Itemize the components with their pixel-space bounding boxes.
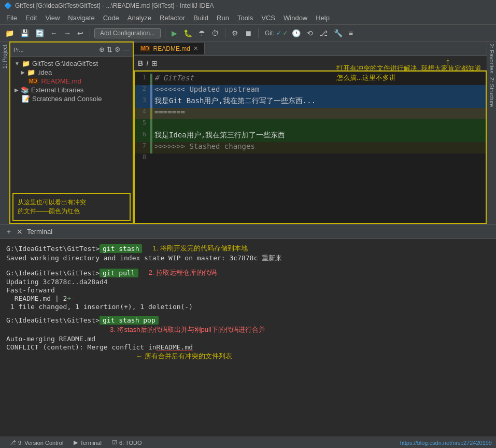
tree-readme-item[interactable]: MD README.md: [10, 77, 133, 86]
tab-close-btn[interactable]: ✕: [193, 45, 198, 52]
toolbar-debug-btn[interactable]: 🐛: [181, 28, 194, 38]
toolbar-refresh-btn[interactable]: 🔄: [33, 28, 46, 38]
tree-external-item[interactable]: ▶ 📚 External Libraries: [10, 86, 133, 94]
menu-build[interactable]: Build: [189, 13, 212, 23]
project-panel-settings-btn[interactable]: ⚙: [115, 46, 121, 53]
project-panel-minimize-btn[interactable]: —: [123, 46, 130, 53]
menu-file[interactable]: File: [2, 13, 21, 23]
add-configuration-button[interactable]: Add Configuration...: [94, 28, 161, 38]
vc-label: 9: Version Control: [18, 440, 63, 446]
term-changed: 1 file changed, 1 insertion(+), 1 deleti…: [6, 303, 193, 311]
menu-view[interactable]: View: [41, 13, 64, 23]
term-pull-command: git pull: [100, 269, 138, 277]
menu-edit[interactable]: Edit: [21, 13, 41, 23]
toolbar-forward-btn[interactable]: →: [62, 28, 73, 38]
project-panel-expand-btn[interactable]: ⇅: [107, 46, 112, 53]
left-sidebar: 1: Project: [0, 41, 9, 224]
format-bold-btn[interactable]: B: [138, 59, 143, 67]
editor-toolbar: B I ⊞ ↑: [134, 56, 487, 71]
term-line-updating: Updating 3c7878c..da28ad4: [6, 278, 490, 286]
right-sidebar: 2: Favorites Z: Structure: [487, 41, 496, 224]
sidebar-favorites[interactable]: 2: Favorites: [487, 41, 496, 75]
menu-navigate[interactable]: Navigate: [64, 13, 98, 23]
toolbar-git-rollback-btn[interactable]: ⟲: [305, 28, 315, 38]
menu-refactor[interactable]: Refactor: [155, 13, 189, 23]
project-tree: ▼ 📁 GitTest G:\IdeaGitTest ▶ 📁 .idea MD …: [10, 57, 133, 191]
code-line-2: 2 <<<<<<< Updated upstream: [135, 85, 486, 96]
status-version-control[interactable]: ⎇ 9: Version Control: [4, 439, 68, 446]
code-line-3: 3 我是Git Bash用户,我在第二行写了一些东西...: [135, 96, 486, 108]
toolbar-run2-btn[interactable]: ⚙: [230, 28, 240, 38]
root-label: GitTest G:\IdeaGitTest: [32, 60, 98, 67]
menu-window[interactable]: Window: [279, 13, 311, 23]
term-path-3: G:\IdeaGitTest\GitTest>: [6, 316, 100, 324]
term-plus: +: [67, 295, 71, 302]
git-push-icon[interactable]: ✓: [283, 29, 287, 37]
menu-run[interactable]: Run: [212, 13, 233, 23]
term-gap-2: [6, 311, 490, 315]
menu-bar: File Edit View Navigate Code Analyze Ref…: [0, 11, 496, 25]
root-arrow: ▼: [15, 61, 20, 66]
tree-idea-item[interactable]: ▶ 📁 .idea: [10, 68, 133, 77]
menu-help[interactable]: Help: [311, 13, 334, 23]
status-todo[interactable]: ☑ 6: TODO: [107, 439, 147, 446]
terminal-content[interactable]: G:\IdeaGitTest\GitTest> git stash 1. 将刚开…: [0, 239, 496, 437]
menu-tools[interactable]: Tools: [233, 13, 257, 23]
tree-scratches-item[interactable]: 📝 Scratches and Console: [10, 94, 133, 103]
term-stash-output: Saved working directory and index state …: [6, 254, 282, 263]
line-content-8: [152, 153, 486, 162]
term-minus: -: [71, 295, 75, 302]
toolbar-coverage-btn[interactable]: ☂: [196, 28, 207, 38]
git-fetch-icon[interactable]: ✓: [277, 29, 281, 37]
term-conflict-text: CONFLICT (content): Merge conflict in: [6, 343, 157, 351]
scratches-label: Scratches and Console: [32, 95, 102, 103]
todo-icon: ☑: [112, 439, 117, 446]
editor-tabs: MD README.md ✕: [134, 41, 487, 56]
status-terminal[interactable]: ▶ Terminal: [68, 439, 107, 446]
code-editor[interactable]: 1 # GitTest 2 <<<<<<< Updated upstream 3…: [134, 71, 487, 224]
line-content-2: <<<<<<< Updated upstream: [152, 85, 486, 93]
toolbar-git-branch-btn[interactable]: ⎇: [317, 28, 330, 38]
term-conflict-file: README.md: [157, 343, 193, 351]
term-readme-diff: README.md | 2: [6, 295, 67, 302]
terminal-close-btn[interactable]: ✕: [17, 228, 23, 236]
annotation-arrow-icon: ↑: [445, 57, 451, 69]
tree-root-item[interactable]: ▼ 📁 GitTest G:\IdeaGitTest: [10, 59, 133, 68]
project-panel-add-btn[interactable]: ⊕: [99, 46, 105, 53]
toolbar-profile-btn[interactable]: ⏱: [209, 28, 221, 38]
term-stash-command: git stash: [100, 244, 142, 253]
status-url: https://blog.csdn.net/nrsc272420199: [400, 440, 492, 446]
term-path-1: G:\IdeaGitTest\GitTest>: [6, 245, 100, 253]
toolbar-undo-btn[interactable]: ↩: [75, 28, 86, 38]
terminal-add-btn[interactable]: ＋: [5, 227, 12, 236]
format-table-btn[interactable]: ⊞: [151, 59, 158, 67]
editor-tab-readme[interactable]: MD README.md ✕: [134, 43, 205, 54]
toolbar-stop-btn[interactable]: ⏹: [243, 28, 254, 38]
sidebar-item-project[interactable]: 1: Project: [0, 41, 9, 72]
toolbar-sep-1: [90, 28, 90, 38]
idea-folder-icon: 📁: [27, 68, 35, 76]
project-panel-title[interactable]: Pr...: [13, 47, 24, 53]
toolbar-back-btn[interactable]: ←: [48, 28, 60, 38]
menu-vcs[interactable]: VCS: [257, 13, 279, 23]
toolbar-git-settings-btn[interactable]: 🔧: [332, 28, 345, 38]
line-content-4: =======: [152, 108, 486, 116]
format-italic-btn[interactable]: I: [146, 59, 148, 67]
toolbar-git-more-btn[interactable]: ≡: [347, 28, 355, 38]
title-text: GitTest [G:\IdeaGitTest\GitTest] - ...\R…: [15, 2, 214, 9]
menu-code[interactable]: Code: [99, 13, 123, 23]
gutter-3: 3: [135, 96, 150, 104]
scratches-folder-icon: 📝: [22, 95, 30, 103]
menu-analyze[interactable]: Analyze: [123, 13, 155, 23]
term-line-conflict: CONFLICT (content): Merge conflict in RE…: [6, 343, 490, 351]
toolbar-open-btn[interactable]: 📁: [3, 28, 16, 38]
gutter-8: 8: [135, 153, 150, 161]
toolbar-save-btn[interactable]: 💾: [18, 28, 31, 38]
project-panel: Pr... ⊕ ⇅ ⚙ — ▼ 📁 GitTest G:\IdeaGitTest…: [9, 41, 134, 224]
terminal-header: ＋ ✕ Terminal: [0, 225, 496, 239]
toolbar-git-history-btn[interactable]: 🕐: [290, 28, 303, 38]
term-path-2: G:\IdeaGitTest\GitTest>: [6, 269, 100, 277]
sidebar-structure[interactable]: Z: Structure: [487, 75, 496, 109]
toolbar-play-btn[interactable]: ▶: [169, 28, 179, 38]
term-updating: Updating 3c7878c..da28ad4: [6, 278, 108, 286]
